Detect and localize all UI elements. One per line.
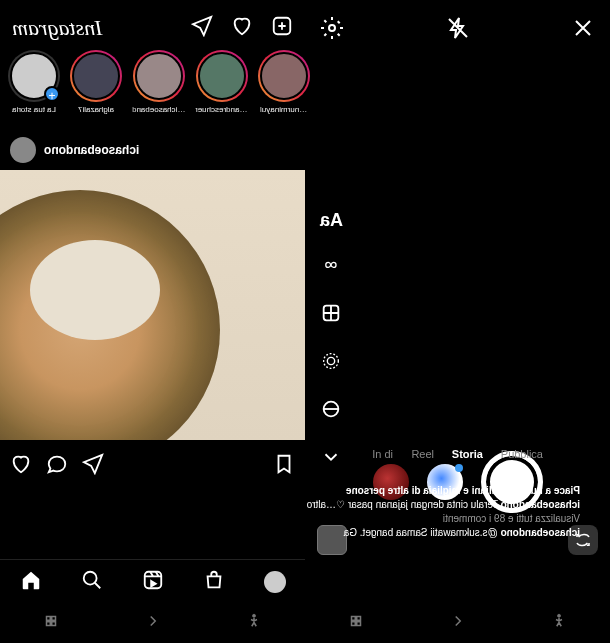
svg-point-2 [324,354,339,369]
camera-modes[interactable]: Pubblica Storia Reel In di [317,448,598,460]
caption-text: Teralu cinta dengan jajanan pasar ♡…altr… [307,499,498,510]
camera-view: Aa Pubblica Storia Reel In di [305,0,610,643]
sys-back-icon[interactable] [449,612,467,634]
reels-icon[interactable] [142,569,164,595]
svg-rect-6 [357,617,361,621]
svg-point-3 [327,357,334,364]
mode-storia[interactable]: Storia [452,448,483,460]
svg-point-14 [83,571,96,584]
story-item[interactable]: alghazali7 [70,50,122,114]
post-username[interactable]: ichasoebandono [44,143,139,157]
instagram-logo: Instagram [12,15,102,41]
settings-icon[interactable] [320,16,344,44]
svg-point-0 [329,25,335,31]
shop-icon[interactable] [203,569,225,595]
mode-indiretta[interactable]: In di [372,448,393,460]
ring-icon[interactable] [320,350,342,376]
svg-rect-5 [351,617,355,621]
sys-recent-icon[interactable] [42,612,60,634]
svg-rect-18 [46,622,50,626]
svg-rect-7 [351,622,355,626]
comment-user[interactable]: ichasoebandono [501,527,580,538]
feed-view: Instagram +La tua storia alghazali7 icha… [0,0,305,643]
share-icon[interactable] [82,453,104,479]
profile-icon[interactable] [264,571,286,593]
svg-point-20 [253,614,256,617]
mode-reel[interactable]: Reel [411,448,434,460]
story-own[interactable]: +La tua storia [8,50,60,114]
svg-rect-8 [357,622,361,626]
circle-icon[interactable] [320,398,342,424]
sys-accessibility-icon[interactable] [550,612,568,634]
search-icon[interactable] [81,569,103,595]
likes-text[interactable]: Piace a nurminayuliani e migliaia di alt… [295,484,580,498]
sys-accessibility-icon[interactable] [245,612,263,634]
infinity-icon[interactable] [320,254,342,280]
post-avatar[interactable] [10,137,36,163]
comment-icon[interactable] [46,453,68,479]
save-icon[interactable] [273,453,295,479]
view-comments[interactable]: Visualizza tutti e 89 i commenti [295,512,580,526]
text-icon[interactable]: Aa [320,210,342,232]
home-icon[interactable] [20,569,42,595]
story-item[interactable]: ichasoeband… [132,50,185,114]
svg-point-9 [558,614,561,617]
new-post-icon[interactable] [271,15,293,41]
close-icon[interactable] [571,16,595,44]
messenger-icon[interactable] [191,15,213,41]
heart-icon[interactable] [231,15,253,41]
story-item[interactable]: andreschuer… [195,50,247,114]
stories-tray: +La tua storia alghazali7 ichasoeband… a… [0,50,305,114]
svg-rect-19 [52,622,56,626]
flash-off-icon[interactable] [446,16,470,44]
sys-recent-icon[interactable] [347,612,365,634]
post-image[interactable] [0,170,305,440]
like-icon[interactable] [10,453,32,479]
sys-back-icon[interactable] [144,612,162,634]
layout-icon[interactable] [320,302,342,328]
comment-text: @s.sukmawatii Samaa banget. Ga [344,527,498,538]
story-item[interactable]: nurminayul… [258,50,310,114]
caption-user[interactable]: ichasoebandono [501,499,580,510]
svg-rect-17 [52,617,56,621]
svg-rect-16 [46,617,50,621]
mode-pubblica[interactable]: Pubblica [501,448,543,460]
